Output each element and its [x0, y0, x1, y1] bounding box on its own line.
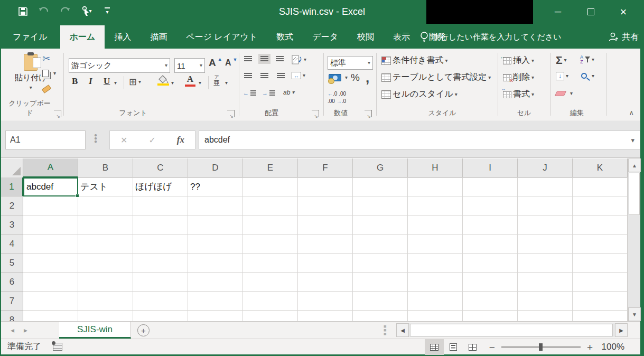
cell-D7[interactable] — [188, 292, 243, 311]
ribbon-tab-描画[interactable]: 描画 — [141, 25, 176, 49]
page-layout-view-button[interactable] — [444, 339, 463, 355]
fill-color-button[interactable] — [157, 75, 169, 86]
column-header-B[interactable]: B — [78, 158, 133, 177]
share-button[interactable]: 共有 — [608, 25, 639, 49]
cell-E1[interactable] — [243, 177, 298, 196]
cell-F8[interactable] — [298, 311, 353, 321]
font-size-combo[interactable]: 11 ▾ — [174, 58, 205, 73]
row-header-1[interactable]: 1 — [1, 177, 23, 196]
format-as-table-button[interactable]: テーブルとして書式設定 ▾ — [381, 72, 491, 83]
cell-B1[interactable]: テスト — [78, 177, 133, 196]
cell-F1[interactable] — [298, 177, 353, 196]
increase-decimal-button[interactable]: ←.0 .00 — [328, 91, 346, 97]
cell-G8[interactable] — [353, 311, 408, 321]
vertical-scrollbar[interactable]: ▲ ▼ — [628, 158, 640, 321]
name-box-resizer[interactable]: ●●● — [94, 134, 96, 146]
cell-G3[interactable] — [353, 216, 408, 235]
italic-button[interactable]: I — [89, 76, 92, 87]
ribbon-tab-数式[interactable]: 数式 — [267, 25, 303, 49]
cell-I5[interactable] — [463, 254, 518, 273]
decrease-decimal-button[interactable]: .00 →.0 — [328, 98, 346, 104]
number-format-combo[interactable]: 標準 ▾ — [328, 56, 373, 70]
cell-J2[interactable] — [518, 196, 573, 216]
cell-A4[interactable] — [23, 235, 78, 254]
row-header-7[interactable]: 7 — [1, 292, 23, 311]
cell-B2[interactable] — [78, 196, 133, 216]
align-right-button[interactable] — [277, 73, 285, 79]
align-bottom-button[interactable] — [276, 56, 284, 62]
new-sheet-button[interactable]: + — [137, 324, 150, 336]
cell-K2[interactable] — [573, 196, 628, 216]
cell-D2[interactable] — [188, 196, 243, 216]
phonetic-guide-button[interactable]: ア 亜 — [213, 75, 220, 86]
cell-A3[interactable] — [23, 216, 78, 235]
copy-button[interactable]: ▾ — [42, 70, 56, 77]
insert-function-button[interactable]: fx — [177, 135, 184, 145]
font-color-button[interactable]: A — [185, 74, 195, 87]
ribbon-tab-ページ レイアウト[interactable]: ページ レイアウト — [176, 25, 267, 49]
ribbon-tab-校閲[interactable]: 校閲 — [348, 25, 384, 49]
cell-styles-button[interactable]: セルのスタイル ▾ — [381, 89, 458, 100]
formula-expand-icon[interactable]: ▾ — [631, 137, 634, 144]
vertical-scroll-thumb[interactable] — [629, 173, 640, 215]
cell-J6[interactable] — [518, 273, 573, 292]
collapse-ribbon-button[interactable]: ∧ — [629, 109, 634, 117]
row-header-6[interactable]: 6 — [1, 273, 23, 292]
comma-style-button[interactable]: , — [366, 70, 369, 86]
cell-H7[interactable] — [408, 292, 463, 311]
cell-C7[interactable] — [133, 292, 188, 311]
ribbon-tab-表示[interactable]: 表示 — [384, 25, 419, 49]
scroll-down-arrow[interactable]: ▼ — [628, 307, 641, 321]
zoom-slider[interactable] — [501, 346, 581, 348]
scroll-up-arrow[interactable]: ▲ — [628, 158, 641, 172]
sheet-nav-right[interactable]: ▸ — [24, 326, 27, 334]
decrease-indent-button[interactable]: ← — [243, 90, 256, 96]
fill-color-dropdown-icon[interactable]: ▾ — [171, 80, 174, 86]
cell-K7[interactable] — [573, 292, 628, 311]
tab-scrollbar-splitter[interactable]: ■■■ — [384, 325, 386, 336]
cell-E8[interactable] — [243, 311, 298, 321]
autosum-button[interactable]: Σ▾ — [556, 54, 567, 67]
cell-I6[interactable] — [463, 273, 518, 292]
cell-G6[interactable] — [353, 273, 408, 292]
sheet-nav-left[interactable]: ◂ — [11, 326, 14, 334]
column-header-K[interactable]: K — [573, 158, 628, 177]
cell-J3[interactable] — [518, 216, 573, 235]
cell-D6[interactable] — [188, 273, 243, 292]
cell-A1[interactable]: abcdef — [23, 177, 78, 196]
cell-E7[interactable] — [243, 292, 298, 311]
cell-K6[interactable] — [573, 273, 628, 292]
phonetic-dropdown-icon[interactable]: ▾ — [225, 80, 228, 86]
cell-F4[interactable] — [298, 235, 353, 254]
cell-B5[interactable] — [78, 254, 133, 273]
cell-I8[interactable] — [463, 311, 518, 321]
cell-E3[interactable] — [243, 216, 298, 235]
cell-J7[interactable] — [518, 292, 573, 311]
wrap-text-button[interactable]: ab▾ — [283, 89, 294, 96]
column-header-I[interactable]: I — [463, 158, 518, 177]
cell-H8[interactable] — [408, 311, 463, 321]
cell-I3[interactable] — [463, 216, 518, 235]
cancel-entry-button[interactable]: ✕ — [120, 135, 127, 145]
cell-C4[interactable] — [133, 235, 188, 254]
cell-K3[interactable] — [573, 216, 628, 235]
ribbon-tab-ファイル[interactable]: ファイル — [0, 25, 60, 49]
font-name-combo[interactable]: 游ゴシック ▾ — [69, 58, 170, 73]
cell-G1[interactable] — [353, 177, 408, 196]
tell-me-search[interactable]: 実行したい作業を入力してください — [420, 25, 562, 49]
fill-button[interactable]: ↓▾ — [556, 72, 568, 80]
cell-E6[interactable] — [243, 273, 298, 292]
cell-J1[interactable] — [518, 177, 573, 196]
merge-center-button[interactable]: ↔ ▾ — [292, 72, 305, 79]
cell-F3[interactable] — [298, 216, 353, 235]
zoom-out-button[interactable]: − — [489, 342, 495, 352]
cell-A7[interactable] — [23, 292, 78, 311]
align-top-button[interactable] — [244, 56, 252, 62]
maximize-button[interactable] — [574, 0, 607, 24]
conditional-formatting-button[interactable]: 条件付き書式 ▾ — [381, 55, 447, 66]
cell-J4[interactable] — [518, 235, 573, 254]
format-cells-button[interactable]: ↔ 書式 ▾ — [503, 89, 534, 100]
font-dialog-launcher[interactable] — [227, 110, 235, 117]
cell-K5[interactable] — [573, 254, 628, 273]
column-header-A[interactable]: A — [23, 158, 78, 177]
